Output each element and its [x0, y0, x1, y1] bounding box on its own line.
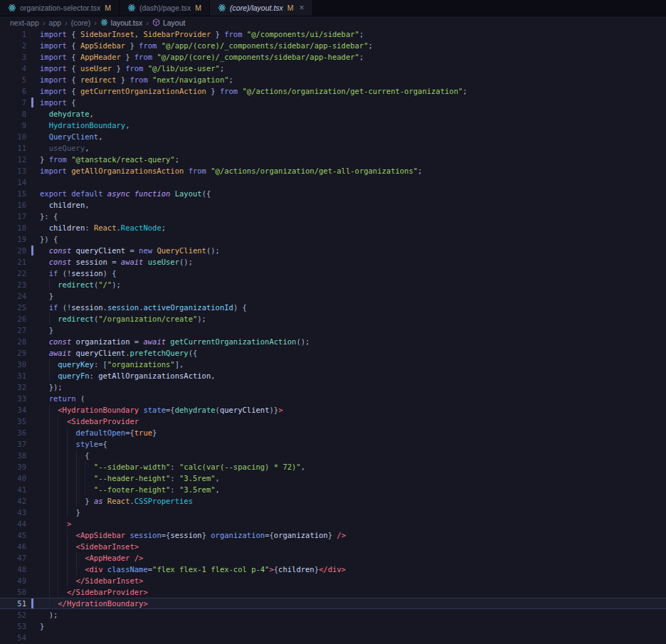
line-number[interactable]: 33 — [0, 393, 26, 404]
line-number[interactable]: 38 — [0, 450, 26, 461]
code-line[interactable]: 34 <HydrationBoundary state={dehydrate(q… — [0, 404, 666, 416]
breadcrumb-item-app[interactable]: app — [49, 19, 62, 27]
code-line[interactable]: 20 const queryClient = new QueryClient()… — [0, 245, 666, 256]
code-line[interactable]: 35 <SidebarProvider — [0, 416, 666, 427]
code-line[interactable]: 45 <AppSidebar session={session} organiz… — [0, 529, 666, 541]
line-number[interactable]: 2 — [0, 40, 26, 51]
code-line[interactable]: 39 "--sidebar-width": "calc(var(--spacin… — [0, 461, 666, 473]
code-line[interactable]: 26 redirect("/organization/create"); — [0, 313, 666, 324]
code-line[interactable]: 5import { redirect } from "next/navigati… — [0, 74, 666, 85]
line-number[interactable]: 22 — [0, 268, 26, 279]
code-line[interactable]: 41 "--footer-height": "3.5rem", — [0, 484, 666, 495]
line-number[interactable]: 20 — [0, 245, 26, 256]
line-number[interactable]: 29 — [0, 347, 26, 359]
code-line[interactable]: 43 } — [0, 507, 666, 518]
line-number[interactable]: 17 — [0, 211, 26, 222]
line-number[interactable]: 31 — [0, 370, 26, 381]
code-line[interactable]: 51 </HydrationBoundary> — [0, 598, 666, 609]
line-number[interactable]: 47 — [0, 552, 26, 564]
line-number[interactable]: 6 — [0, 85, 26, 97]
code-line[interactable]: 44 > — [0, 518, 666, 529]
code-line[interactable]: 23 redirect("/"); — [0, 279, 666, 290]
line-number[interactable]: 16 — [0, 199, 26, 211]
line-number[interactable]: 41 — [0, 484, 26, 495]
line-number[interactable]: 9 — [0, 120, 26, 131]
line-number[interactable]: 53 — [0, 621, 26, 632]
code-line[interactable]: 53} — [0, 621, 666, 632]
code-line[interactable]: 28 const organization = await getCurrent… — [0, 336, 666, 347]
code-line[interactable]: 13import getAllOrganizationsAction from … — [0, 165, 666, 176]
line-number[interactable]: 24 — [0, 290, 26, 302]
breadcrumb-item-next-app[interactable]: next-app — [10, 19, 39, 27]
line-number[interactable]: 27 — [0, 324, 26, 336]
code-line[interactable]: 18 children: React.ReactNode; — [0, 222, 666, 233]
code-line[interactable]: 17}: { — [0, 211, 666, 222]
code-line[interactable]: 24 } — [0, 290, 666, 302]
code-line[interactable]: 49 </SidebarInset> — [0, 575, 666, 586]
code-line[interactable]: 31 queryFn: getAllOrganizationsAction, — [0, 370, 666, 381]
code-line[interactable]: 12} from "@tanstack/react-query"; — [0, 154, 666, 165]
code-line[interactable]: 14 — [0, 176, 666, 188]
line-number[interactable]: 46 — [0, 541, 26, 552]
code-line[interactable]: 36 defaultOpen={true} — [0, 427, 666, 438]
code-line[interactable]: 10 QueryClient, — [0, 131, 666, 142]
tab-organization-selector[interactable]: organization-selector.tsx M — [0, 0, 120, 16]
code-line[interactable]: 38 { — [0, 450, 666, 461]
line-number[interactable]: 25 — [0, 302, 26, 313]
code-line[interactable]: 16 children, — [0, 199, 666, 211]
line-number[interactable]: 19 — [0, 233, 26, 245]
code-line[interactable]: 29 await queryClient.prefetchQuery({ — [0, 347, 666, 359]
line-number[interactable]: 49 — [0, 575, 26, 586]
code-line[interactable]: 50 </SidebarProvider> — [0, 586, 666, 598]
code-line[interactable]: 40 "--header-height": "3.5rem", — [0, 473, 666, 484]
breadcrumb-item-layout-symbol[interactable]: Layout — [152, 19, 186, 27]
line-number[interactable]: 12 — [0, 154, 26, 165]
line-number[interactable]: 48 — [0, 564, 26, 575]
code-line[interactable]: 52 ); — [0, 609, 666, 621]
line-number[interactable]: 28 — [0, 336, 26, 347]
code-line[interactable]: 47 <AppHeader /> — [0, 552, 666, 564]
code-line[interactable]: 7import { — [0, 97, 666, 108]
line-number[interactable]: 13 — [0, 165, 26, 176]
line-number[interactable]: 52 — [0, 609, 26, 621]
line-number[interactable]: 50 — [0, 586, 26, 598]
code-line[interactable]: 8 dehydrate, — [0, 108, 666, 120]
line-number[interactable]: 8 — [0, 108, 26, 120]
line-number[interactable]: 14 — [0, 176, 26, 188]
line-number[interactable]: 36 — [0, 427, 26, 438]
line-number[interactable]: 37 — [0, 438, 26, 450]
line-number[interactable]: 15 — [0, 188, 26, 199]
line-number[interactable]: 35 — [0, 416, 26, 427]
code-line[interactable]: 3import { AppHeader } from "@/app/(core)… — [0, 51, 666, 63]
breadcrumb-item-layout-file[interactable]: layout.tsx — [100, 19, 142, 27]
code-line[interactable]: 15export default async function Layout({ — [0, 188, 666, 199]
code-line[interactable]: 42 } as React.CSSProperties — [0, 495, 666, 507]
line-number[interactable]: 5 — [0, 74, 26, 85]
line-number[interactable]: 23 — [0, 279, 26, 290]
line-number[interactable]: 42 — [0, 495, 26, 507]
line-number[interactable]: 1 — [0, 28, 26, 40]
close-icon[interactable]: × — [300, 4, 305, 12]
line-number[interactable]: 21 — [0, 256, 26, 268]
code-line[interactable]: 46 <SidebarInset> — [0, 541, 666, 552]
line-number[interactable]: 10 — [0, 131, 26, 142]
tab-core-layout[interactable]: (core)/layout.tsx M × — [210, 0, 312, 16]
code-line[interactable]: 11 useQuery, — [0, 142, 666, 154]
code-line[interactable]: 33 return ( — [0, 393, 666, 404]
line-number[interactable]: 43 — [0, 507, 26, 518]
line-number[interactable]: 30 — [0, 359, 26, 370]
code-line[interactable]: 21 const session = await useUser(); — [0, 256, 666, 268]
code-line[interactable]: 37 style={ — [0, 438, 666, 450]
line-number[interactable]: 26 — [0, 313, 26, 324]
line-number[interactable]: 40 — [0, 473, 26, 484]
code-line[interactable]: 48 <div className="flex flex-1 flex-col … — [0, 564, 666, 575]
code-line[interactable]: 27 } — [0, 324, 666, 336]
line-number[interactable]: 11 — [0, 142, 26, 154]
code-line[interactable]: 30 queryKey: ["organizations"], — [0, 359, 666, 370]
code-line[interactable]: 9 HydrationBoundary, — [0, 120, 666, 131]
line-number[interactable]: 39 — [0, 461, 26, 473]
line-number[interactable]: 45 — [0, 529, 26, 541]
line-number[interactable]: 51 — [0, 598, 26, 609]
code-editor[interactable]: 1import { SidebarInset, SidebarProvider … — [0, 28, 666, 644]
line-number[interactable]: 54 — [0, 632, 26, 643]
